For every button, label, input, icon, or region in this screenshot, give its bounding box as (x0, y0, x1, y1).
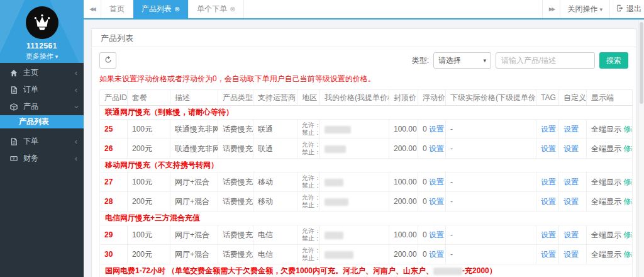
chevron-left-icon: ‹ (75, 155, 77, 162)
region-cell: 允许：-禁止：- (297, 225, 320, 245)
close-tab-icon[interactable]: ⊗ (230, 5, 235, 13)
sidebar-item-产品[interactable]: 产品‹ (0, 98, 84, 115)
crown-logo-icon (31, 11, 53, 35)
custom-name-set-link[interactable]: 设置 (564, 178, 579, 186)
tag-set-link[interactable]: 设置 (541, 125, 556, 133)
close-actions-dropdown[interactable]: 关闭操作 ▾ (560, 0, 609, 18)
carrier-cell: 联通 (253, 139, 297, 159)
tag-cell: 设置 (536, 172, 559, 192)
product-group-row: 电信网厅慢充+三方混合充值 (100, 212, 633, 225)
product-row: 25100元联通慢充非网厅话费慢充联通允许：-禁止：-100.000 设置-设置… (100, 120, 633, 139)
custom-name-set-link[interactable]: 设置 (564, 197, 579, 206)
float-set-link[interactable]: 设置 (429, 250, 444, 259)
custom-name-set-link[interactable]: 设置 (564, 230, 579, 239)
toolbar: 类型: 请选择 ▾ 搜索 (99, 52, 628, 69)
more-actions-dropdown[interactable]: 更多操作 ▾ (0, 52, 84, 61)
search-button[interactable]: 搜索 (599, 52, 628, 69)
package-cell: 200元 (128, 139, 170, 159)
redacted-price (325, 179, 343, 186)
column-header: 产品ID (100, 90, 128, 106)
float-set-link[interactable]: 设置 (429, 144, 444, 153)
tag-set-link[interactable]: 设置 (541, 197, 556, 206)
sidebar-item-产品列表[interactable]: 产品列表 (0, 115, 84, 128)
display-modify-link[interactable]: 修改 (623, 178, 632, 186)
float-set-link[interactable]: 设置 (429, 197, 444, 206)
tabs-scroll-right-button[interactable]: ▶▶ (542, 0, 560, 18)
display-modify-link[interactable]: 修改 (623, 250, 632, 259)
tag-set-link[interactable]: 设置 (541, 178, 556, 186)
search-input[interactable] (496, 52, 595, 69)
file-icon (10, 137, 19, 146)
package-cell: 200元 (128, 245, 170, 264)
column-header: 我的价格(我提单价格) (320, 90, 389, 106)
tag-cell: 设置 (536, 120, 559, 139)
tab-label: 首页 (109, 4, 125, 13)
column-header: 浮动价(利润) (418, 90, 446, 106)
cap-price-cell: 100.00 (389, 225, 418, 245)
description-cell: 联通慢充非网厅 (170, 120, 218, 139)
chevron-left-icon: ‹ (75, 138, 77, 145)
sub-price-cell: - (446, 225, 536, 245)
my-price-cell (320, 225, 389, 245)
carrier-cell: 电信 (253, 245, 297, 264)
display-modify-link[interactable]: 修改 (623, 125, 632, 133)
tab-产品列表[interactable]: 产品列表⊗ (133, 0, 189, 18)
tag-cell: 设置 (536, 225, 559, 245)
avatar[interactable] (26, 6, 58, 39)
region-cell: 允许：-禁止：- (297, 172, 320, 192)
sidebar-menu: 主页‹订单‹产品‹产品列表下单‹¥财务‹ (0, 63, 84, 167)
product-id-cell: 27 (100, 172, 128, 192)
custom-name-set-link[interactable]: 设置 (564, 250, 579, 259)
tag-cell: 设置 (536, 192, 559, 212)
product-type-cell: 话费慢充 (218, 192, 253, 212)
tab-list: 首页产品列表⊗单个下单⊗ (101, 0, 244, 18)
home-icon (10, 69, 19, 77)
more-actions-label: 更多操作 (26, 52, 53, 60)
product-id-cell: 25 (100, 120, 128, 139)
custom-name-set-link[interactable]: 设置 (564, 144, 579, 153)
display-modify-link[interactable]: 修改 (623, 144, 632, 153)
tag-set-link[interactable]: 设置 (541, 144, 556, 153)
carrier-cell: 电信 (253, 225, 297, 245)
app-root: 1112561 更多操作 ▾ 主页‹订单‹产品‹产品列表下单‹¥财务‹ ◀◀ 首… (0, 0, 644, 277)
notice-text: 如果未设置浮动价格或者浮动价为0，会自动取下单用户自己当前等级设置的价格。 (99, 74, 628, 84)
column-header: 描述 (170, 90, 218, 106)
logout-button[interactable]: 退出 (609, 0, 644, 18)
sidebar-item-下单[interactable]: 下单‹ (0, 133, 84, 150)
tabs-scroll-left-button[interactable]: ◀◀ (84, 0, 101, 18)
product-row: 28200元网厅+混合话费慢充移动允许：-禁止：-200.000 设置-设置设置… (100, 192, 633, 212)
panel-title: 产品列表 (92, 29, 636, 47)
refresh-button[interactable] (99, 52, 116, 69)
float-price-cell: 0 设置 (418, 139, 446, 159)
main-area: ◀◀ 首页产品列表⊗单个下单⊗ ▶▶ 关闭操作 ▾ 退出 产品列表 (84, 0, 644, 277)
custom-name-cell: 设置 (559, 225, 587, 245)
tag-set-link[interactable]: 设置 (541, 230, 556, 239)
sub-price-cell: - (446, 139, 536, 159)
caret-down-icon: ▾ (599, 6, 602, 13)
type-select[interactable]: 请选择 ▾ (433, 52, 491, 69)
tab-单个下单[interactable]: 单个下单⊗ (189, 0, 244, 18)
product-row: 27100元网厅+混合话费慢充移动允许：-禁止：-100.000 设置-设置设置… (100, 172, 633, 192)
sidebar-item-订单[interactable]: 订单‹ (0, 81, 84, 98)
sub-price-cell: - (446, 120, 536, 139)
product-table: 产品ID套餐描述产品类型支持运营商地区我的价格(我提单价格)封顶价浮动价(利润)… (99, 89, 633, 277)
close-tab-icon[interactable]: ⊗ (174, 5, 180, 13)
sidebar-item-财务[interactable]: ¥财务‹ (0, 150, 84, 167)
vertical-scrollbar[interactable] (638, 20, 644, 277)
display-modify-link[interactable]: 修改 (623, 197, 632, 206)
float-set-link[interactable]: 设置 (429, 230, 444, 239)
sidebar: 1112561 更多操作 ▾ 主页‹订单‹产品‹产品列表下单‹¥财务‹ (0, 0, 84, 277)
custom-name-set-link[interactable]: 设置 (564, 125, 579, 133)
table-body: 联通网厅慢充（到账慢，请耐心等待）25100元联通慢充非网厅话费慢充联通允许：-… (100, 106, 633, 277)
custom-name-cell: 设置 (559, 192, 587, 212)
scrollbar-thumb[interactable] (640, 22, 643, 104)
float-set-link[interactable]: 设置 (429, 125, 444, 133)
float-set-link[interactable]: 设置 (429, 178, 444, 186)
tag-set-link[interactable]: 设置 (541, 250, 556, 259)
display-modify-link[interactable]: 修改 (623, 230, 632, 239)
tab-bar: ◀◀ 首页产品列表⊗单个下单⊗ ▶▶ 关闭操作 ▾ 退出 (84, 0, 644, 20)
sidebar-item-主页[interactable]: 主页‹ (0, 64, 84, 81)
tab-首页[interactable]: 首页 (101, 0, 133, 18)
redacted-text (433, 268, 462, 275)
group-title: 电信网厅慢充+三方混合充值 (100, 212, 633, 225)
